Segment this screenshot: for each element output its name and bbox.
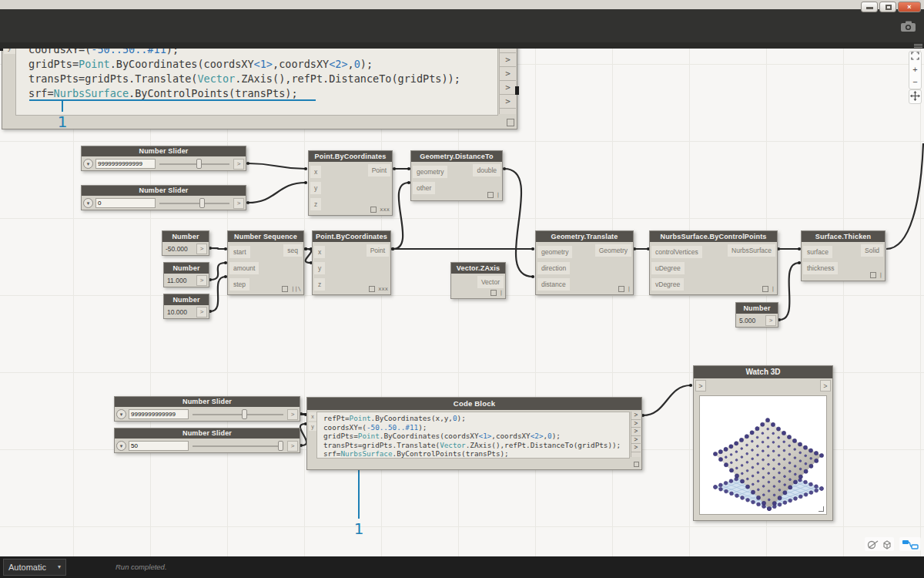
- zoom-in-button[interactable]: +: [909, 64, 921, 76]
- node-number-num4[interactable]: Number5.000>: [735, 302, 778, 328]
- output-port[interactable]: >: [820, 380, 831, 391]
- node-nurbssurface-bycontrolpoints-nsb[interactable]: NurbsSurface.ByControlPointscontrolVerti…: [649, 230, 778, 295]
- input-port-start[interactable]: start: [229, 246, 250, 258]
- lacing-indicator[interactable]: ||\: [291, 286, 301, 292]
- node-title[interactable]: Number Slider: [82, 186, 246, 196]
- number-value[interactable]: 5.000: [738, 317, 764, 324]
- node-title[interactable]: Number Sequence: [228, 231, 303, 242]
- node-title[interactable]: Vector.ZAxis: [451, 263, 505, 274]
- input-port-z[interactable]: z: [310, 198, 321, 210]
- output-port-line-5[interactable]: >: [500, 81, 516, 95]
- output-port[interactable]: >: [287, 409, 298, 420]
- slider-value[interactable]: 9999999999999: [95, 159, 156, 169]
- input-port-y[interactable]: y: [310, 182, 321, 194]
- output-port-line-6[interactable]: >: [500, 95, 516, 109]
- node-title[interactable]: Surface.Thicken: [802, 231, 885, 242]
- pan-button[interactable]: [909, 89, 922, 104]
- slider-track[interactable]: [158, 159, 231, 169]
- input-port-z[interactable]: z: [314, 278, 325, 291]
- node-title[interactable]: Number: [736, 303, 778, 314]
- input-port-y[interactable]: y: [314, 262, 325, 274]
- node-number-sequence-seq[interactable]: Number Sequencestartamountstepseq||\: [227, 230, 304, 295]
- lacing-indicator[interactable]: |: [628, 286, 631, 292]
- slider-expand-caret[interactable]: ▾: [116, 441, 126, 451]
- node-number-num2[interactable]: Number11.000>: [163, 262, 209, 287]
- preview-checkbox[interactable]: [870, 272, 876, 278]
- output-port[interactable]: >: [233, 159, 244, 170]
- number-value[interactable]: 11.000: [166, 277, 195, 284]
- maximize-button[interactable]: [879, 2, 896, 12]
- lacing-indicator[interactable]: |: [772, 286, 775, 292]
- lacing-indicator[interactable]: |: [500, 290, 503, 296]
- input-port-other[interactable]: other: [413, 182, 435, 194]
- node-geometry-translate-gt[interactable]: Geometry.Translategeometrydirectiondista…: [535, 230, 634, 295]
- input-port-y[interactable]: y: [309, 422, 316, 431]
- output-port[interactable]: >: [765, 315, 776, 326]
- output-port-seq[interactable]: seq: [283, 244, 302, 257]
- input-port-amount[interactable]: amount: [229, 262, 259, 274]
- preview-checkbox[interactable]: [618, 286, 624, 292]
- node-title[interactable]: NurbsSurface.ByControlPoints: [650, 231, 777, 242]
- node-number-slider-bslider1[interactable]: Number Slider▾9999999999999>: [114, 396, 300, 422]
- preview-checkbox[interactable]: [507, 119, 514, 126]
- preview-checkbox[interactable]: [370, 207, 377, 213]
- preview-checkbox[interactable]: [369, 286, 375, 292]
- output-port[interactable]: >: [287, 441, 298, 452]
- output-port-line-2[interactable]: >: [631, 420, 641, 428]
- code-editor[interactable]: refPt=Point.ByCoordinates(x,y,0);coordsX…: [316, 412, 630, 459]
- camera-export-icon[interactable]: [900, 20, 916, 35]
- slider-handle[interactable]: [242, 409, 247, 419]
- lacing-indicator[interactable]: |: [497, 192, 500, 198]
- slider-value[interactable]: 50: [129, 441, 189, 451]
- preview-checkbox[interactable]: [282, 286, 288, 292]
- node-title[interactable]: Number Slider: [115, 428, 300, 439]
- geometry-view-toggle[interactable]: [865, 537, 894, 551]
- menu-icon[interactable]: [914, 43, 922, 49]
- output-port-line-5[interactable]: >: [631, 444, 641, 452]
- node-title[interactable]: Point.ByCoordinates: [313, 231, 390, 242]
- node-title[interactable]: Geometry.Translate: [536, 231, 633, 242]
- number-value[interactable]: -50.000: [164, 245, 195, 253]
- node-title[interactable]: Number: [162, 231, 209, 242]
- input-port-x[interactable]: x: [309, 412, 316, 421]
- node-code-block-node[interactable]: Code BlockxyrefPt=Point.ByCoordinates(x,…: [306, 397, 642, 470]
- node-title[interactable]: Number: [164, 263, 209, 274]
- output-port-line-4[interactable]: >: [500, 67, 516, 81]
- input-port-geometry[interactable]: geometry: [537, 246, 572, 258]
- resize-handle-icon[interactable]: [819, 506, 824, 512]
- slider-handle[interactable]: [196, 159, 202, 169]
- slider-track[interactable]: [158, 198, 231, 208]
- output-port[interactable]: >: [196, 275, 207, 286]
- output-port-point[interactable]: Point: [368, 164, 390, 176]
- preview-checkbox[interactable]: [490, 290, 497, 296]
- slider-track[interactable]: [191, 441, 285, 451]
- input-port-vdegree[interactable]: vDegree: [651, 278, 684, 291]
- output-port[interactable]: >: [196, 244, 207, 254]
- input-port-x[interactable]: x: [310, 166, 321, 178]
- node-title[interactable]: Number Slider: [115, 397, 300, 407]
- preview-checkbox[interactable]: [762, 286, 768, 292]
- slider-value[interactable]: 0: [95, 198, 156, 208]
- node-title[interactable]: Geometry.DistanceTo: [411, 151, 502, 162]
- output-port[interactable]: >: [196, 307, 207, 318]
- graph-view-toggle[interactable]: [899, 537, 921, 551]
- slider-expand-caret[interactable]: ▾: [83, 159, 93, 169]
- node-vector-zaxis-vz[interactable]: Vector.ZAxisVector|: [450, 262, 506, 299]
- node-surface-thicken-thick[interactable]: Surface.ThickensurfacethicknessSolid|: [801, 230, 886, 281]
- slider-track[interactable]: [191, 409, 285, 419]
- node-number-num3[interactable]: Number10.000>: [163, 294, 209, 319]
- input-port-distance[interactable]: distance: [537, 278, 570, 291]
- node-geometry-distanceto-dist[interactable]: Geometry.DistanceTogeometryotherdouble|: [410, 150, 503, 201]
- output-port-point[interactable]: Point: [367, 244, 389, 257]
- zoom-out-button[interactable]: −: [909, 76, 921, 89]
- output-port[interactable]: >: [233, 198, 244, 209]
- output-port-line-1[interactable]: >: [631, 412, 641, 420]
- input-port-step[interactable]: step: [229, 278, 249, 291]
- number-value[interactable]: 10.000: [166, 308, 195, 316]
- output-port-line-3[interactable]: >: [500, 53, 516, 67]
- output-port-nurbssurface[interactable]: NurbsSurface: [728, 244, 775, 257]
- lacing-indicator[interactable]: xxx: [380, 207, 390, 213]
- minimize-button[interactable]: [861, 2, 878, 12]
- output-port-solid[interactable]: Solid: [861, 244, 883, 257]
- node-point-bycoordinates-pbc2[interactable]: Point.ByCoordinatesxyzPointxxx: [312, 230, 391, 295]
